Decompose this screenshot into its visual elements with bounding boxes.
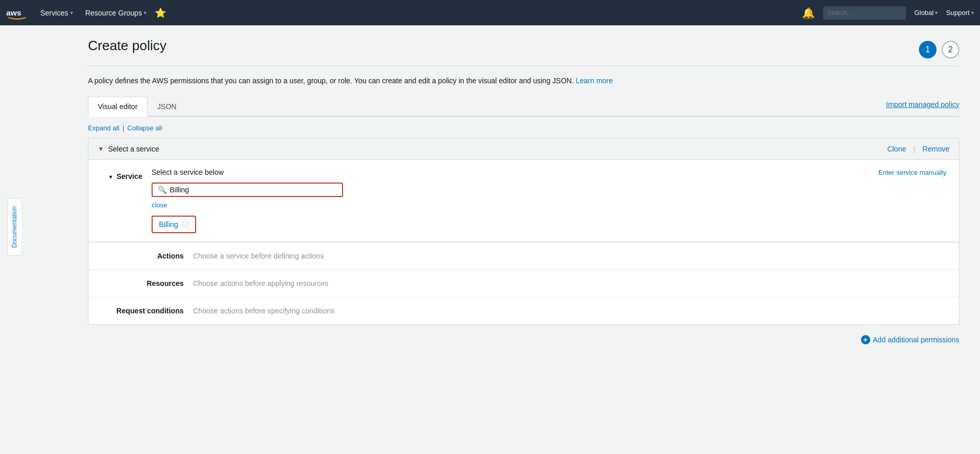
- policy-detail-section: Actions Choose a service before defining…: [88, 243, 959, 325]
- add-additional-permissions-link[interactable]: + Add additional permissions: [861, 335, 959, 344]
- main-content: Create policy 1 2 A policy defines the A…: [16, 25, 980, 365]
- clone-link[interactable]: Clone: [887, 145, 907, 153]
- page-divider: [88, 66, 959, 66]
- resources-label: Resources: [101, 279, 184, 287]
- request-conditions-label: Request conditions: [101, 307, 184, 315]
- service-selector-row: ▾ Service Select a service below Enter s…: [88, 160, 959, 242]
- section-collapse-arrow-icon[interactable]: ▼: [98, 145, 104, 153]
- search-icon: 🔍: [158, 186, 167, 194]
- tab-visual-editor[interactable]: Visual editor: [88, 97, 147, 117]
- resources-row: Resources Choose actions before applying…: [88, 269, 959, 297]
- import-managed-policy-link[interactable]: Import managed policy: [886, 97, 959, 116]
- enter-service-manually-link[interactable]: Enter service manually: [879, 169, 947, 176]
- expand-collapse-bar: Expand all | Collapse all: [88, 124, 959, 132]
- billing-result-wrapper: Billing ⓘ: [152, 211, 946, 233]
- global-chevron-icon: ▾: [935, 10, 938, 16]
- step-2-indicator: 2: [942, 41, 959, 58]
- nav-resource-groups[interactable]: Resource Groups ▾: [81, 9, 151, 17]
- svg-text:aws: aws: [6, 8, 21, 17]
- remove-link[interactable]: Remove: [923, 145, 949, 153]
- step-1-indicator: 1: [919, 41, 937, 58]
- bookmarks-icon[interactable]: ⭐: [155, 7, 166, 19]
- support-chevron-icon: ▾: [971, 10, 974, 16]
- learn-more-link[interactable]: Learn more: [576, 77, 613, 85]
- nav-services[interactable]: Services ▾: [36, 9, 77, 17]
- description-text: A policy defines the AWS permissions tha…: [88, 75, 959, 86]
- service-content: Select a service below Enter service man…: [152, 168, 946, 233]
- select-service-section: ▼ Select a service Clone | Remove ▾ Serv…: [88, 138, 959, 243]
- service-search-input[interactable]: [170, 186, 337, 194]
- section-header-left: ▼ Select a service: [98, 145, 159, 153]
- service-header-row: Select a service below Enter service man…: [152, 168, 946, 176]
- service-collapse-arrow-icon[interactable]: ▾: [109, 174, 112, 180]
- select-service-text: Select a service below: [152, 168, 224, 176]
- tab-bar: Visual editor JSON Import managed policy: [88, 97, 959, 117]
- service-label: ▾ Service: [101, 168, 142, 180]
- navbar: aws Services ▾ Resource Groups ▾ ⭐ 🔔 Glo…: [0, 0, 980, 25]
- step-indicators: 1 2: [919, 41, 959, 58]
- services-chevron-icon: ▾: [70, 10, 73, 16]
- resource-groups-chevron-icon: ▾: [144, 10, 146, 16]
- actions-label: Actions: [101, 252, 184, 260]
- actions-value: Choose a service before defining actions: [193, 252, 324, 260]
- nav-support[interactable]: Support ▾: [946, 9, 974, 17]
- close-link[interactable]: close: [152, 201, 167, 209]
- section-header-label: Select a service: [108, 145, 159, 153]
- collapse-all-link[interactable]: Collapse all: [127, 124, 162, 132]
- actions-row: Actions Choose a service before defining…: [88, 243, 959, 269]
- request-conditions-row: Request conditions Choose actions before…: [88, 297, 959, 324]
- expand-all-link[interactable]: Expand all: [88, 124, 120, 132]
- notifications-bell-icon[interactable]: 🔔: [802, 7, 815, 19]
- section-header-right: Clone | Remove: [887, 145, 949, 153]
- nav-global-region[interactable]: Global ▾: [914, 9, 938, 17]
- plus-circle-icon: +: [861, 335, 870, 344]
- resources-value: Choose actions before applying resources: [193, 279, 329, 287]
- page-title: Create policy: [88, 38, 167, 54]
- tab-json[interactable]: JSON: [147, 97, 186, 117]
- request-conditions-value: Choose actions before specifying conditi…: [193, 307, 334, 315]
- aws-logo[interactable]: aws: [6, 6, 28, 20]
- page-header: Create policy 1 2: [88, 38, 959, 58]
- billing-result-area: close: [152, 200, 946, 209]
- service-search-wrapper: 🔍: [152, 183, 343, 197]
- billing-info-icon[interactable]: ⓘ: [182, 220, 189, 229]
- billing-result-text[interactable]: Billing: [159, 220, 178, 229]
- service-search-area: 🔍: [152, 180, 946, 197]
- section-header: ▼ Select a service Clone | Remove: [88, 139, 959, 160]
- documentation-tab[interactable]: Documentation: [7, 199, 21, 256]
- billing-result-item[interactable]: Billing ⓘ: [152, 216, 196, 233]
- nav-search-input[interactable]: [823, 6, 906, 20]
- add-permissions-row: + Add additional permissions: [88, 335, 959, 344]
- nav-right-area: 🔔 Global ▾ Support ▾: [802, 6, 974, 20]
